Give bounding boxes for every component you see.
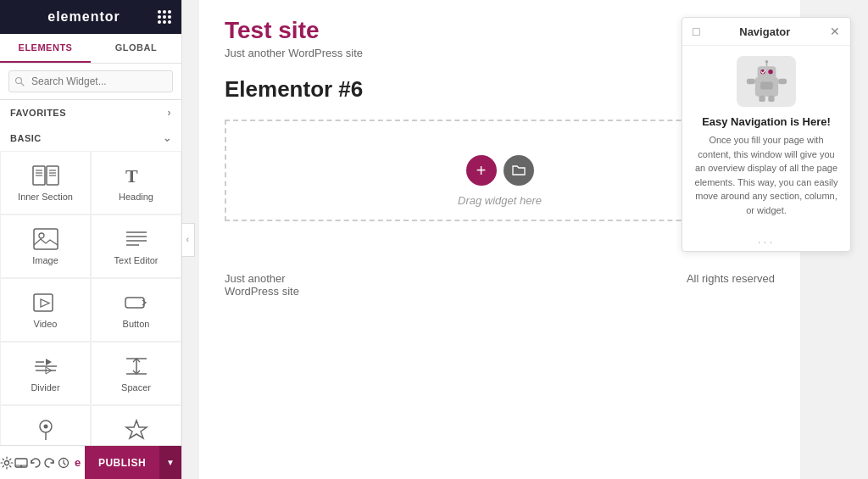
footer-left-text: Just another WordPress site bbox=[225, 272, 299, 298]
svg-rect-46 bbox=[768, 96, 774, 102]
basic-section[interactable]: BASIC ⌄ bbox=[0, 125, 181, 151]
widget-heading[interactable]: T Heading bbox=[91, 151, 181, 214]
navigator-header: □ Navigator ✕ bbox=[682, 18, 850, 46]
drop-buttons: + bbox=[466, 155, 534, 186]
svg-point-42 bbox=[765, 60, 768, 64]
divider-icon bbox=[32, 354, 59, 378]
navigator-illustration bbox=[737, 56, 796, 107]
widget-divider-label: Divider bbox=[31, 382, 59, 393]
svg-line-1 bbox=[21, 83, 24, 86]
icon-widget-icon bbox=[123, 418, 150, 442]
svg-point-12 bbox=[39, 233, 44, 238]
navigator-close-button[interactable]: ✕ bbox=[828, 25, 842, 38]
google-maps-icon bbox=[32, 418, 59, 442]
svg-rect-19 bbox=[125, 298, 144, 308]
svg-rect-43 bbox=[746, 79, 754, 84]
svg-point-32 bbox=[5, 460, 9, 465]
button-icon bbox=[123, 291, 150, 315]
publish-button[interactable]: PUBLISH bbox=[85, 446, 159, 479]
widget-google-maps[interactable]: Google Maps bbox=[0, 405, 91, 445]
search-input[interactable] bbox=[8, 70, 173, 92]
text-editor-icon bbox=[123, 227, 150, 251]
navigator-heading: Easy Navigation is Here! bbox=[693, 115, 840, 128]
widget-divider[interactable]: Divider bbox=[0, 342, 91, 405]
main-canvas-area: ‹ Test site Just another WordPress site … bbox=[182, 0, 868, 479]
svg-marker-31 bbox=[126, 421, 147, 438]
spacer-icon bbox=[123, 354, 150, 378]
sidebar-footer: e PUBLISH ▼ bbox=[0, 445, 181, 479]
widget-button[interactable]: Button bbox=[91, 278, 181, 342]
widget-inner-section[interactable]: Inner Section bbox=[0, 151, 91, 214]
svg-point-30 bbox=[43, 425, 47, 429]
widget-video-label: Video bbox=[34, 319, 58, 329]
image-icon bbox=[32, 227, 59, 251]
site-footer: Just another WordPress site All rights r… bbox=[199, 255, 800, 315]
search-box bbox=[0, 64, 181, 100]
svg-point-0 bbox=[16, 78, 22, 84]
svg-rect-11 bbox=[34, 229, 58, 249]
settings-icon[interactable] bbox=[0, 446, 14, 479]
grid-icon[interactable] bbox=[158, 10, 171, 24]
footer-right-text: All rights reserved bbox=[687, 272, 775, 298]
widget-icon[interactable]: Icon bbox=[91, 405, 181, 445]
svg-point-40 bbox=[768, 70, 772, 74]
elementor-logo-small[interactable]: e bbox=[70, 446, 85, 479]
svg-rect-47 bbox=[760, 81, 773, 89]
favorites-arrow: › bbox=[168, 107, 172, 119]
favorites-label: FAVORITES bbox=[10, 108, 66, 118]
elementor-logo: elementor bbox=[47, 9, 120, 25]
collapse-sidebar-button[interactable]: ‹ bbox=[182, 223, 195, 257]
add-template-button[interactable] bbox=[504, 155, 534, 186]
sidebar-header: elementor bbox=[0, 0, 181, 34]
svg-rect-35 bbox=[20, 465, 22, 467]
svg-marker-21 bbox=[46, 359, 52, 365]
svg-rect-45 bbox=[759, 96, 765, 102]
history-icon[interactable] bbox=[57, 446, 71, 479]
tab-elements[interactable]: ELEMENTS bbox=[0, 34, 91, 63]
widget-spacer[interactable]: Spacer bbox=[91, 342, 181, 405]
widget-spacer-label: Spacer bbox=[121, 382, 151, 393]
widget-text-editor[interactable]: Text Editor bbox=[91, 214, 181, 278]
svg-text:T: T bbox=[125, 165, 138, 187]
widget-image[interactable]: Image bbox=[0, 214, 91, 278]
widget-button-label: Button bbox=[123, 319, 150, 329]
sidebar-tabs: ELEMENTS GLOBAL bbox=[0, 34, 181, 64]
widget-video[interactable]: Video bbox=[0, 278, 91, 342]
basic-arrow: ⌄ bbox=[163, 132, 172, 144]
tab-global[interactable]: GLOBAL bbox=[91, 34, 181, 63]
widget-heading-label: Heading bbox=[119, 192, 153, 202]
svg-rect-44 bbox=[778, 79, 787, 84]
add-element-button[interactable]: + bbox=[466, 155, 497, 186]
widget-image-label: Image bbox=[32, 255, 58, 265]
navigator-title: Navigator bbox=[701, 25, 828, 38]
widget-inner-section-label: Inner Section bbox=[18, 192, 73, 202]
sidebar: elementor ELEMENTS GLOBAL FAVORITES › BA… bbox=[0, 0, 182, 479]
inner-section-icon bbox=[32, 164, 59, 187]
video-icon bbox=[32, 291, 59, 315]
drag-widget-text: Drag widget here bbox=[458, 194, 542, 207]
widget-text-editor-label: Text Editor bbox=[114, 255, 159, 265]
widgets-grid: Inner Section T Heading Image bbox=[0, 151, 181, 445]
svg-rect-17 bbox=[34, 294, 53, 311]
svg-rect-38 bbox=[757, 66, 776, 79]
navigator-description: Once you fill your page with content, th… bbox=[693, 133, 840, 217]
navigator-panel: □ Navigator ✕ bbox=[682, 17, 851, 252]
navigator-collapse-button[interactable]: □ bbox=[691, 25, 701, 38]
heading-icon: T bbox=[123, 164, 150, 187]
undo-icon[interactable] bbox=[28, 446, 42, 479]
search-icon bbox=[14, 76, 25, 86]
responsive-icon[interactable] bbox=[14, 446, 29, 479]
navigator-body: Easy Navigation is Here! Once you fill y… bbox=[682, 46, 850, 227]
basic-label: BASIC bbox=[10, 133, 42, 143]
redo-icon[interactable] bbox=[42, 446, 57, 479]
svg-marker-18 bbox=[41, 299, 49, 307]
favorites-section[interactable]: FAVORITES › bbox=[0, 100, 181, 125]
navigator-dots: ... bbox=[682, 227, 850, 251]
publish-dropdown-button[interactable]: ▼ bbox=[159, 446, 181, 479]
